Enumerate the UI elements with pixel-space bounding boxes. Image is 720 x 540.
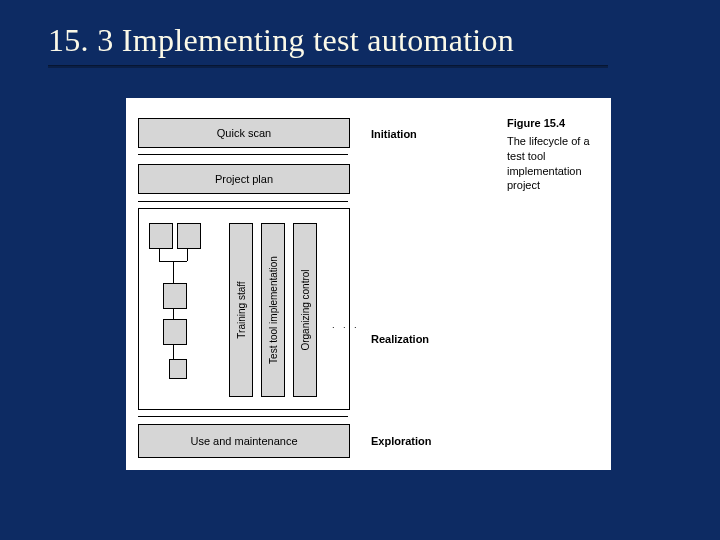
vcol-organizing-control: Organizing control <box>293 223 317 397</box>
vcol-test-tool-impl: Test tool implementation <box>261 223 285 397</box>
vcol-label: Organizing control <box>300 269 311 350</box>
tree-node <box>163 319 187 345</box>
tree-diagram <box>147 223 215 383</box>
vcol-label: Training staff <box>236 281 247 338</box>
tree-node <box>149 223 173 249</box>
figure-sidebar: Figure 15.4 The lifecycle of a test tool… <box>507 116 599 193</box>
tree-connector <box>173 345 174 359</box>
bar-use-maintenance: Use and maintenance <box>138 424 350 458</box>
realization-block: Training staff Test tool implementation … <box>138 208 350 410</box>
separator <box>138 154 348 155</box>
phase-label-realization: Realization <box>371 333 429 345</box>
phase-label-initiation: Initiation <box>371 128 417 140</box>
figure-number: Figure 15.4 <box>507 116 599 131</box>
figure-canvas: Figure 15.4 The lifecycle of a test tool… <box>126 98 611 470</box>
vcol-training-staff: Training staff <box>229 223 253 397</box>
separator <box>138 201 348 202</box>
tree-connector <box>173 309 174 319</box>
separator <box>138 416 348 417</box>
tree-node <box>163 283 187 309</box>
phase-label-exploration: Exploration <box>371 435 432 447</box>
vcol-label: Test tool implementation <box>268 256 279 364</box>
vcol-more-indicator: . . . <box>325 305 358 329</box>
tree-connector <box>173 261 174 283</box>
figure-caption: The lifecycle of a test tool implementat… <box>507 134 599 193</box>
tree-connector <box>159 249 160 261</box>
tree-connector <box>187 249 188 261</box>
tree-node <box>177 223 201 249</box>
title-underline <box>48 65 608 68</box>
bar-quick-scan: Quick scan <box>138 118 350 148</box>
tree-node <box>169 359 187 379</box>
slide-title: 15. 3 Implementing test automation <box>0 0 720 59</box>
bar-project-plan: Project plan <box>138 164 350 194</box>
